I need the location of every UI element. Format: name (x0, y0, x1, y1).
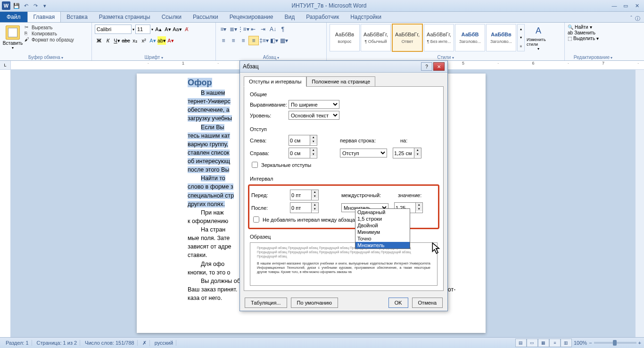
dialog-tab-position[interactable]: Положение на странице (306, 76, 375, 87)
multilevel-icon[interactable]: ⋮≡▾ (239, 25, 248, 33)
zoom-in-icon[interactable]: + (638, 340, 641, 346)
style-item[interactable]: АаБбВвГг,¶ Обычный (361, 24, 391, 51)
dropdown-option-selected[interactable]: Множитель (355, 242, 410, 249)
ok-button[interactable]: OK (388, 298, 408, 308)
format-painter-button[interactable]: 🖌Формат по образцу (25, 37, 74, 42)
dropdown-option[interactable]: Точно (355, 235, 410, 242)
outline-icon[interactable]: ≡ (549, 339, 561, 347)
redo-icon[interactable]: ↷ (31, 1, 40, 10)
style-item[interactable]: АаБбВЗаголово... (455, 24, 485, 51)
spacing-after-input[interactable] (290, 202, 312, 213)
spinner-icon[interactable]: ▴▾ (416, 202, 423, 213)
minimize-icon[interactable]: — (609, 2, 619, 9)
style-item[interactable]: АаБбВвГг,¶ Без инте... (424, 24, 454, 51)
tab-page-layout[interactable]: Разметка страницы (93, 12, 156, 22)
change-case-icon[interactable]: Aa▾ (173, 25, 182, 33)
mirror-indents-checkbox[interactable] (252, 162, 258, 168)
draft-icon[interactable]: ▥ (561, 339, 572, 347)
maximize-icon[interactable]: ▭ (620, 2, 631, 9)
decrease-indent-icon[interactable]: ⇤ (248, 25, 258, 33)
tab-view[interactable]: Вид (279, 12, 300, 22)
outline-level-select[interactable]: Основной текст (289, 111, 339, 120)
style-item[interactable]: АаБбВввопрос (330, 24, 360, 51)
alignment-select[interactable]: По ширине (289, 100, 339, 109)
cancel-button[interactable]: Отмена (412, 298, 443, 308)
zoom-value[interactable]: 100% (574, 340, 587, 346)
tab-insert[interactable]: Вставка (61, 12, 93, 22)
dialog-help-icon[interactable]: ? (421, 62, 432, 71)
grow-font-icon[interactable]: A▴ (154, 25, 163, 33)
tab-addins[interactable]: Надстройки (345, 12, 387, 22)
indent-left-input[interactable] (289, 135, 310, 146)
dropdown-option[interactable]: 1,5 строки (355, 215, 410, 222)
subscript-button[interactable]: x₂ (131, 36, 139, 45)
dialog-tab-indents[interactable]: Отступы и интервалы (244, 76, 306, 87)
increase-indent-icon[interactable]: ⇥ (258, 25, 268, 33)
status-proofing-icon[interactable]: ✗ (140, 340, 150, 346)
file-tab[interactable]: Файл (0, 12, 27, 22)
help-icon[interactable]: ⓘ (635, 15, 640, 22)
sort-icon[interactable]: A↓ (268, 25, 278, 33)
zoom-out-icon[interactable]: − (589, 340, 592, 346)
align-center-icon[interactable]: ≡ (229, 36, 238, 45)
shrink-font-icon[interactable]: A▾ (164, 25, 172, 33)
dropdown-option[interactable]: Минимум (355, 229, 410, 235)
strikethrough-button[interactable]: abc (122, 36, 130, 45)
superscript-button[interactable]: x² (140, 36, 148, 45)
print-layout-icon[interactable]: ▤ (515, 339, 527, 347)
bullets-icon[interactable]: ≡▾ (219, 25, 228, 33)
zoom-slider[interactable] (594, 342, 636, 344)
underline-button[interactable]: Ч▾ (113, 36, 121, 45)
tabs-button[interactable]: Табуляция... (245, 298, 287, 308)
justify-icon[interactable]: ≡ (248, 36, 259, 45)
indent-right-input[interactable] (289, 148, 310, 158)
show-marks-icon[interactable]: ¶ (278, 25, 288, 33)
status-language[interactable]: русский (152, 340, 176, 346)
font-size-input[interactable] (135, 25, 150, 34)
dropdown-option[interactable]: Двойной (355, 222, 410, 229)
style-item-selected[interactable]: АаБбВвГг,Ответ (392, 24, 423, 52)
spinner-icon[interactable]: ▴▾ (310, 148, 317, 158)
shading-icon[interactable]: ◧▾ (269, 36, 279, 45)
ribbon-minimize-icon[interactable]: ˆ (630, 15, 632, 22)
cut-button[interactable]: ✂Вырезать (25, 25, 74, 30)
ruler-corner[interactable]: L (0, 61, 11, 69)
find-button[interactable]: 🔍Найти ▾ (568, 25, 619, 30)
numbering-icon[interactable]: ≣▾ (229, 25, 238, 33)
spacing-before-input[interactable] (290, 190, 312, 200)
borders-icon[interactable]: ▦▾ (279, 36, 289, 45)
dropdown-option[interactable]: Одинарный (355, 209, 410, 215)
web-layout-icon[interactable]: ▦ (538, 339, 549, 347)
italic-button[interactable]: К (104, 36, 112, 45)
paste-button[interactable]: Вставить ▾ (3, 24, 23, 53)
style-item[interactable]: АаБбВвЗаголово... (486, 24, 516, 51)
align-left-icon[interactable]: ≡ (219, 36, 228, 45)
tab-mailings[interactable]: Рассылки (187, 12, 224, 22)
spinner-icon[interactable]: ▴▾ (310, 135, 317, 146)
no-space-checkbox[interactable] (253, 216, 259, 223)
tab-review[interactable]: Рецензирование (224, 12, 279, 22)
qat-dropdown-icon[interactable]: ▾ (41, 1, 49, 10)
text-effects-icon[interactable]: A▾ (149, 36, 157, 45)
firstline-select[interactable]: Отступ (340, 149, 387, 157)
undo-icon[interactable]: ↶ (22, 1, 30, 10)
spinner-icon[interactable]: ▴▾ (414, 148, 421, 158)
line-spacing-icon[interactable]: ‡≡▾ (259, 36, 269, 45)
change-styles-button[interactable]: A Изменить стили▾ (527, 25, 550, 51)
status-page[interactable]: Страница: 1 из 2 (34, 340, 81, 346)
default-button[interactable]: По умолчанию (291, 298, 338, 308)
clear-format-icon[interactable]: Ⱥ (182, 25, 191, 33)
replace-button[interactable]: abЗаменить (568, 30, 619, 35)
close-icon[interactable]: ✕ (632, 2, 642, 9)
select-button[interactable]: ⬚Выделить ▾ (568, 36, 619, 41)
spinner-icon[interactable]: ▴▾ (312, 202, 319, 213)
copy-button[interactable]: ⎘Копировать (25, 31, 74, 36)
vertical-scrollbar[interactable] (635, 70, 644, 339)
font-color-icon[interactable]: A▾ (166, 36, 175, 45)
spinner-icon[interactable]: ▴▾ (312, 190, 319, 200)
firstline-by-input[interactable] (393, 148, 414, 158)
align-right-icon[interactable]: ≡ (239, 36, 248, 45)
status-words[interactable]: Число слов: 151/788 (82, 340, 138, 346)
highlight-icon[interactable]: ab▾ (157, 36, 166, 45)
status-section[interactable]: Раздел: 1 (3, 340, 32, 346)
